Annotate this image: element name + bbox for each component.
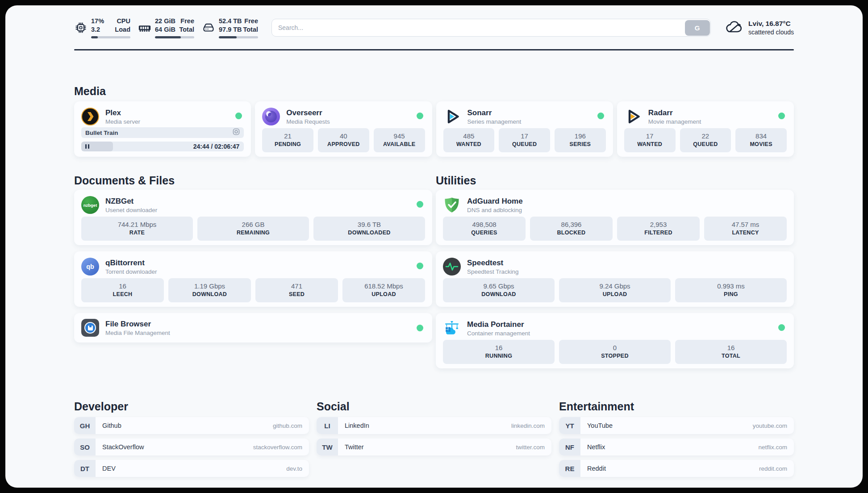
- app-description: Movie management: [648, 118, 701, 125]
- stat-value: 9.24 Gbps: [561, 282, 669, 291]
- link-name: Twitter: [345, 443, 516, 451]
- radarr-icon: [624, 108, 642, 125]
- link-badge: NF: [559, 439, 580, 455]
- link-url: stackoverflow.com: [253, 444, 302, 451]
- link-badge: LI: [317, 417, 338, 434]
- app-card-radarr[interactable]: Radarr Movie management 17 WANTED 22 QUE…: [617, 101, 794, 157]
- memory-progress-fill: [155, 36, 181, 38]
- link-badge: RE: [559, 460, 580, 477]
- section-documents: Documents & Files nzbget NZBGet Usenet d…: [74, 175, 432, 349]
- link-row-github[interactable]: GH Github github.com: [74, 417, 309, 434]
- stat-value: 498,508: [445, 220, 524, 229]
- section-title-entertainment: Entertainment: [559, 401, 794, 412]
- link-row-stackoverflow[interactable]: SO StackOverflow stackoverflow.com: [74, 439, 309, 455]
- stat-tile: 17 WANTED: [624, 128, 676, 152]
- memory-free-value: 22 GiB: [155, 17, 175, 25]
- stat-value: 485: [445, 132, 493, 141]
- disk-free-label: Free: [244, 17, 258, 25]
- section-title-media: Media: [74, 85, 794, 97]
- stat-label: UPLOAD: [344, 291, 423, 298]
- section-developer: Developer GH Github github.com SO StackO…: [74, 401, 309, 477]
- search-input[interactable]: [271, 19, 711, 37]
- link-badge: GH: [74, 417, 96, 434]
- speedtest-icon: [443, 258, 461, 276]
- stat-label: DOWNLOADED: [315, 229, 423, 237]
- stat-tile: 485 WANTED: [443, 128, 495, 152]
- stat-label: TOTAL: [677, 352, 785, 360]
- stat-value: 471: [257, 282, 336, 291]
- status-dot: [417, 263, 423, 269]
- app-card-portainer[interactable]: Media Portainer Container management 16 …: [436, 313, 794, 368]
- link-url: reddit.com: [759, 465, 787, 472]
- link-row-youtube[interactable]: YT YouTube youtube.com: [559, 417, 794, 434]
- memory-total-value: 64 GiB: [155, 25, 175, 34]
- link-badge: YT: [559, 417, 580, 434]
- stat-label: QUEUED: [682, 141, 730, 148]
- stat-tile: 16 LEECH: [81, 278, 164, 302]
- playback-time: 24:44 / 02:06:47: [193, 142, 240, 151]
- stat-label: REMAINING: [199, 229, 307, 237]
- app-name: File Browser: [105, 319, 170, 329]
- weather-widget: Lviv, 16.87°C scattered clouds: [724, 19, 794, 37]
- stat-tile: 9.65 Gbps DOWNLOAD: [443, 278, 555, 302]
- plex-icon: [81, 108, 99, 125]
- weather-location-temp: Lviv, 16.87°C: [748, 19, 794, 28]
- app-name: AdGuard Home: [467, 196, 523, 206]
- app-card-sonarr[interactable]: Sonarr Series management 485 WANTED 17 Q…: [436, 101, 613, 157]
- link-row-dev[interactable]: DT DEV dev.to: [74, 460, 309, 477]
- nzbget-icon: nzbget: [81, 196, 99, 214]
- link-name: YouTube: [587, 422, 753, 429]
- stat-label: WANTED: [626, 141, 674, 148]
- link-row-linkedin[interactable]: LI LinkedIn linkedin.com: [317, 417, 551, 434]
- stat-value: 16: [445, 343, 553, 352]
- section-social: Social LI LinkedIn linkedin.com TW Twitt…: [317, 401, 551, 455]
- stat-label: APPROVED: [320, 141, 367, 148]
- app-card-overseerr[interactable]: Overseerr Media Requests 21 PENDING 40 A…: [255, 101, 432, 157]
- search-bar: G: [271, 19, 711, 37]
- app-card-speedtest[interactable]: Speedtest Speedtest Tracking 9.65 Gbps D…: [436, 251, 794, 307]
- stat-value: 0: [561, 343, 669, 352]
- stat-value: 21: [264, 132, 312, 141]
- link-badge: TW: [317, 439, 338, 455]
- search-provider-button[interactable]: G: [685, 20, 710, 36]
- link-name: Reddit: [587, 465, 759, 472]
- header-divider: [74, 49, 794, 50]
- stat-label: RATE: [83, 229, 191, 237]
- stat-label: SERIES: [556, 141, 604, 148]
- stat-label: MOVIES: [737, 141, 785, 148]
- link-row-netflix[interactable]: NF Netflix netflix.com: [559, 439, 794, 455]
- app-name: Radarr: [648, 108, 701, 118]
- app-name: NZBGet: [105, 196, 157, 206]
- app-card-plex[interactable]: Plex Media server Bullet Train 24:44 / 0…: [74, 101, 251, 157]
- link-url: dev.to: [286, 465, 302, 472]
- disk-progress-track: [219, 36, 258, 38]
- stat-tile: 471 SEED: [255, 278, 338, 302]
- sonarr-icon: [443, 108, 461, 125]
- status-dot: [417, 201, 423, 208]
- link-name: LinkedIn: [345, 422, 511, 429]
- disk-total-label: Total: [243, 25, 258, 34]
- app-card-nzbget[interactable]: nzbget NZBGet Usenet downloader 744.21 M…: [74, 190, 432, 245]
- stat-tile: 86,396 BLOCKED: [530, 217, 613, 241]
- app-card-filebrowser[interactable]: File Browser Media File Management: [74, 313, 432, 343]
- stat-tile: 196 SERIES: [555, 128, 606, 152]
- status-dot: [597, 113, 604, 119]
- app-card-adguard[interactable]: AdGuard Home DNS and adblocking 498,508 …: [436, 190, 794, 245]
- link-name: DEV: [102, 465, 286, 472]
- app-description: Media server: [105, 118, 140, 125]
- memory-free-label: Free: [180, 17, 194, 25]
- stat-label: DOWNLOAD: [445, 291, 553, 298]
- app-card-qbittorrent[interactable]: qb qBittorrent Torrent downloader 16 LEE…: [74, 251, 432, 307]
- section-utilities: Utilities A: [436, 175, 794, 375]
- link-url: netflix.com: [758, 444, 787, 451]
- stat-label: DOWNLOAD: [170, 291, 249, 298]
- app-description: Media Requests: [286, 118, 330, 125]
- link-row-reddit[interactable]: RE Reddit reddit.com: [559, 460, 794, 477]
- stat-tile: 1.19 Gbps DOWNLOAD: [168, 278, 251, 302]
- cpu-icon: [74, 21, 88, 34]
- link-row-twitter[interactable]: TW Twitter twitter.com: [317, 439, 551, 455]
- playback-progress-bar: 24:44 / 02:06:47: [81, 142, 244, 151]
- app-name: Plex: [105, 108, 140, 118]
- stat-value: 47.57 ms: [706, 220, 785, 229]
- link-name: Netflix: [587, 443, 758, 451]
